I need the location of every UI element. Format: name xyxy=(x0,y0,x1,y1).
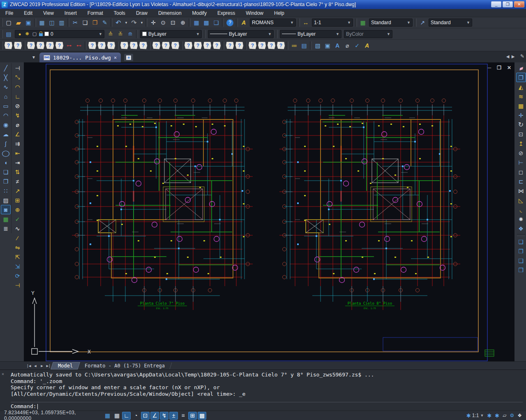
mtext-icon[interactable]: ▧ xyxy=(313,41,323,50)
unknown-icon[interactable]: ? xyxy=(98,42,106,49)
undo-icon[interactable]: ↶ xyxy=(113,18,123,27)
workspace-icon[interactable]: ▱ xyxy=(503,413,506,418)
document-tab-active[interactable]: DWG 18029-... Piso.dwg ✕ xyxy=(39,53,121,62)
bring-above-icon[interactable]: ❑ xyxy=(516,256,526,265)
tab-scroll-right-icon[interactable]: ▶ xyxy=(511,54,515,59)
menu-express[interactable]: Express xyxy=(212,9,240,17)
ortho-toggle[interactable]: ∟ xyxy=(122,412,131,420)
edit-text-icon[interactable]: A xyxy=(332,41,342,50)
construction-line-icon[interactable]: ╳ xyxy=(1,73,11,82)
menu-format[interactable]: Format xyxy=(82,9,108,17)
pan-icon[interactable]: ✛ xyxy=(148,18,158,27)
send-to-back-icon[interactable]: ❐ xyxy=(516,246,526,256)
layer-previous-icon[interactable]: ≚ xyxy=(115,30,125,39)
last-layout-icon[interactable]: ▶| xyxy=(45,364,52,368)
array-icon[interactable]: ▦ xyxy=(516,101,526,110)
table-icon[interactable]: ▦ xyxy=(1,214,11,224)
paste-icon[interactable]: ❐ xyxy=(90,18,100,27)
status-menu-icon[interactable]: ≡ xyxy=(179,412,187,420)
unknown-icon[interactable]: ? xyxy=(213,42,221,49)
copy-clip-icon[interactable]: ❏ xyxy=(80,18,90,27)
join-icon[interactable]: ⋈ xyxy=(516,186,526,195)
properties-palette-icon[interactable]: ▦ xyxy=(191,18,201,27)
help-icon[interactable]: ? xyxy=(226,19,233,26)
offset-icon[interactable]: ≋ xyxy=(516,92,526,101)
unknown-icon[interactable]: ? xyxy=(258,42,266,49)
table-style-select[interactable]: Standard▼ xyxy=(369,18,413,27)
quick-properties-toggle[interactable]: ⊞ xyxy=(188,412,197,420)
unknown-icon[interactable]: ? xyxy=(27,42,35,49)
zoom-realtime-icon[interactable]: ⊙ xyxy=(158,18,168,27)
insert-block-icon[interactable]: ❏ xyxy=(1,167,11,177)
dim-style-select[interactable]: 1-1▼ xyxy=(312,18,353,27)
toolpalette-icon[interactable]: ❑ xyxy=(211,18,221,27)
single-text-icon[interactable]: ▣ xyxy=(323,41,332,50)
copy-icon[interactable]: ❐ xyxy=(516,73,526,82)
dim-continue-icon[interactable]: ⇥ xyxy=(13,158,23,167)
menu-dimension[interactable]: Dimension xyxy=(153,9,187,17)
command-input[interactable]: Command: xyxy=(11,402,523,410)
unknown-icon[interactable]: ? xyxy=(37,42,44,49)
spell-check-icon[interactable]: ✓ xyxy=(352,41,362,50)
erase-icon[interactable]: ▰ xyxy=(514,62,526,74)
trim-icon[interactable]: ⊘ xyxy=(516,148,526,158)
point-icon[interactable]: ∷ xyxy=(1,186,11,195)
mleader-style-select[interactable]: Standard▼ xyxy=(429,18,472,27)
polar-toggle[interactable]: ◔ xyxy=(132,412,140,420)
unknown-icon[interactable]: ? xyxy=(203,42,211,49)
dim-jogged-icon[interactable]: ↯ xyxy=(13,110,23,120)
new-tab-button[interactable]: + xyxy=(124,54,133,61)
dim-angular-icon[interactable]: ∠ xyxy=(13,129,23,139)
ellipse-icon[interactable]: ◯ xyxy=(0,148,12,158)
move-icon[interactable]: ✛ xyxy=(516,110,526,120)
dim-break-icon[interactable]: ≠ xyxy=(13,177,23,186)
dim-arclength-icon[interactable]: ◠ xyxy=(13,82,23,92)
new-icon[interactable]: ▢ xyxy=(4,18,14,27)
dim-quick-icon[interactable]: ⇉ xyxy=(13,139,23,148)
toolbar-pin-icon[interactable]: ✎ xyxy=(520,53,524,59)
dim-linear-icon[interactable]: ⊣ xyxy=(13,63,23,73)
mirror-icon[interactable]: ◭ xyxy=(516,82,526,92)
unknown-icon[interactable]: ? xyxy=(46,42,54,49)
save-icon[interactable]: ▣ xyxy=(23,18,33,27)
doc-close-icon[interactable]: ✕ xyxy=(507,65,511,71)
menu-window[interactable]: Window xyxy=(240,9,269,17)
menu-view[interactable]: View xyxy=(38,9,59,17)
lineweight-select[interactable]: ByLayer▼ xyxy=(280,30,341,38)
polygon-icon[interactable]: ⌂ xyxy=(1,92,11,101)
dim-radius-icon[interactable]: ⊘ xyxy=(13,101,23,110)
command-close-icon[interactable]: ✕ xyxy=(2,372,4,376)
unknown-icon[interactable]: ? xyxy=(235,42,243,49)
unknown-icon[interactable]: ? xyxy=(120,42,128,49)
print-icon[interactable]: ▦ xyxy=(37,18,47,27)
rotate-icon[interactable]: ↻ xyxy=(516,120,526,129)
mtext2-icon[interactable]: ≣ xyxy=(1,224,11,233)
revision-cloud-icon[interactable]: ☁ xyxy=(1,129,11,139)
layer-states-icon[interactable]: ≙ xyxy=(106,30,115,39)
menu-tools[interactable]: Tools xyxy=(108,9,131,17)
polyline-icon[interactable]: ∿ xyxy=(1,82,11,92)
unknown-icon[interactable]: ? xyxy=(277,42,285,49)
menu-insert[interactable]: Insert xyxy=(59,9,82,17)
unknown-icon[interactable]: ? xyxy=(55,42,63,49)
rectangle-icon[interactable]: ▭ xyxy=(1,101,11,110)
unknown-icon[interactable]: ? xyxy=(139,42,147,49)
tab-list-dropdown-icon[interactable]: ▼ xyxy=(30,53,38,62)
unknown-icon[interactable]: ? xyxy=(88,42,96,49)
dim-update-icon[interactable]: ⟳ xyxy=(13,271,23,280)
maximize-button[interactable]: ❐ xyxy=(503,1,513,7)
lineweight-toggle[interactable]: ± xyxy=(169,412,178,420)
unknown-icon[interactable]: ? xyxy=(171,42,179,49)
ellipse-arc-icon[interactable]: ◖ xyxy=(1,158,11,167)
snap-toggle[interactable]: ▦ xyxy=(103,412,112,420)
dim-textcenter-icon[interactable]: ⇲ xyxy=(13,262,23,271)
menu-help[interactable]: Help xyxy=(269,9,290,17)
dim-textleft-icon[interactable]: ⇱ xyxy=(13,252,23,262)
explode-icon[interactable]: ✸ xyxy=(516,214,526,224)
doc-minimize-icon[interactable]: ─ xyxy=(488,65,491,71)
arc-icon[interactable]: ◠ xyxy=(1,110,11,120)
menu-draw[interactable]: Draw xyxy=(131,9,153,17)
dim-jogline-icon[interactable]: ∿ xyxy=(13,224,23,233)
zoom-window-icon[interactable]: ⊡ xyxy=(168,18,178,27)
stretch-icon[interactable]: ↥ xyxy=(516,139,526,148)
